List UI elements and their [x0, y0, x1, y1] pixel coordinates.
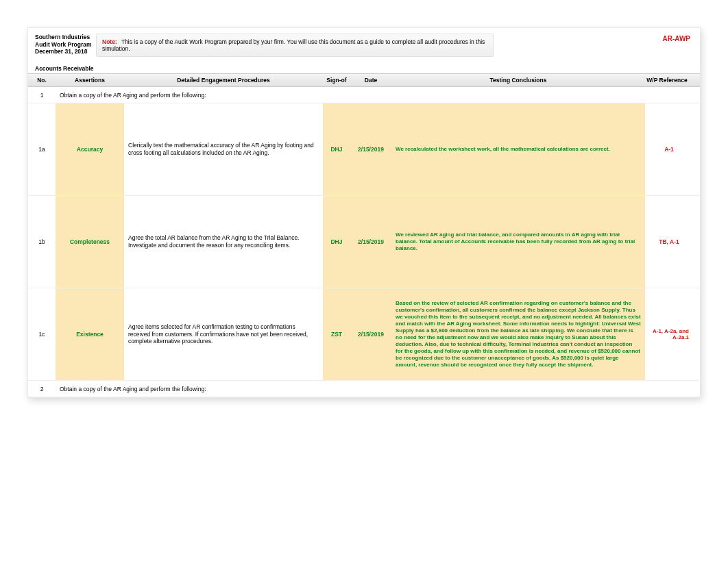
col-conclusions: Testing Conclusions [391, 77, 645, 84]
procedure-cell: Clerically test the mathematical accurac… [124, 103, 323, 195]
date-cell: 2/15/2019 [350, 103, 391, 195]
signof-cell: DHJ [323, 196, 350, 288]
document-header: Southern Industries Audit Work Program D… [28, 28, 700, 60]
signof-cell: ZST [323, 288, 350, 380]
signof-cell: DHJ [323, 103, 350, 195]
procedure-cell: Agree items selected for AR confirmation… [124, 288, 323, 380]
table-row: 1a Accuracy Clerically test the mathemat… [28, 103, 700, 196]
conclusion-cell: Based on the review of selected AR confi… [391, 288, 645, 380]
assertion-cell: Completeness [56, 196, 124, 288]
col-wp: W/P Reference [645, 77, 693, 84]
section-title: Accounts Receivable [28, 60, 700, 73]
table-row: 2 Obtain a copy of the AR Aging and perf… [28, 381, 700, 397]
conclusion-cell: We recalculated the worksheet work, all … [391, 103, 645, 195]
col-date: Date [350, 77, 391, 84]
document-title: Audit Work Program [35, 41, 93, 49]
row-no: 1c [28, 288, 56, 380]
row-no: 2 [28, 381, 56, 397]
wp-cell: TB, A-1 [645, 196, 693, 288]
col-signof: Sign-of [323, 77, 350, 84]
table-row: 1b Completeness Agree the total AR balan… [28, 196, 700, 288]
intro-text: Obtain a copy of the AR Aging and perfor… [56, 381, 700, 397]
table-row: 1 Obtain a copy of the AR Aging and perf… [28, 87, 700, 103]
col-no: No. [28, 77, 56, 84]
table-header: No. Assertions Detailed Engagement Proce… [28, 73, 700, 87]
date-cell: 2/15/2019 [350, 196, 391, 288]
row-no: 1 [28, 87, 56, 103]
assertion-cell: Accuracy [56, 103, 124, 195]
col-assertions: Assertions [56, 77, 124, 84]
row-no: 1a [28, 103, 56, 195]
note-box: Note: This is a copy of the Audit Work P… [96, 34, 494, 57]
company-name: Southern Industries [35, 34, 93, 41]
intro-text: Obtain a copy of the AR Aging and perfor… [56, 87, 700, 103]
note-label: Note: [102, 38, 117, 45]
conclusion-cell: We reviewed AR aging and trial balance, … [391, 196, 645, 288]
doc-code: AR-AWP [662, 35, 690, 42]
wp-cell: A-1 [645, 103, 693, 195]
row-no: 1b [28, 196, 56, 288]
table-row: 1c Existence Agree items selected for AR… [28, 288, 700, 381]
procedure-cell: Agree the total AR balance from the AR A… [124, 196, 323, 288]
note-text: This is a copy of the Audit Work Program… [102, 38, 485, 52]
col-procedures: Detailed Engagement Procedures [124, 77, 323, 84]
date-cell: 2/15/2019 [350, 288, 391, 380]
assertion-cell: Existence [56, 288, 124, 380]
document-date: December 31, 2018 [35, 48, 93, 55]
wp-cell: A-1, A-2a, and A-2a.1 [645, 288, 693, 380]
audit-work-program-sheet: AR-AWP Southern Industries Audit Work Pr… [27, 27, 701, 398]
